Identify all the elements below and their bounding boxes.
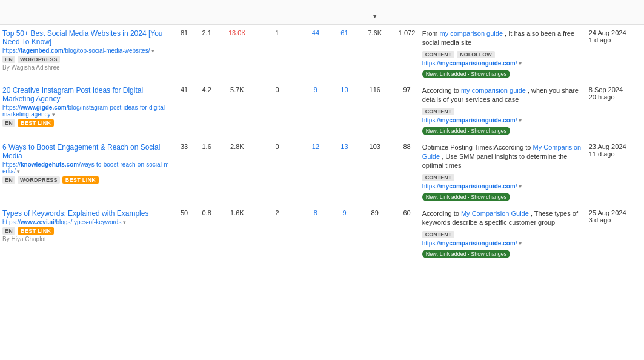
page-url-link[interactable]: https://www.zevi.ai/blogs/types-of-keywo…	[2, 219, 171, 225]
col-header-kw[interactable]	[394, 0, 419, 25]
domain-traffic-cell: 1.6K	[218, 205, 256, 262]
referring-domains-cell: 0	[256, 139, 298, 205]
dr-cell: 81	[173, 25, 196, 82]
new-link-badge[interactable]: New: Link added · Show changes	[422, 193, 511, 201]
col-header-ur[interactable]	[196, 0, 218, 25]
page-title-link[interactable]: 6 Ways to Boost Engagement & Reach on So…	[2, 143, 171, 160]
url-chevron: ▾	[151, 48, 154, 54]
kw-cell: 60	[394, 205, 419, 262]
target-url-link[interactable]: https://mycomparisionguide.com/ ▾	[422, 183, 584, 190]
referring-page-cell: 20 Creative Instagram Post Ideas for Dig…	[0, 82, 173, 139]
page-title-link[interactable]: 20 Creative Instagram Post Ideas for Dig…	[2, 86, 171, 103]
anchor-cell: According to my comparision guide , when…	[420, 82, 586, 139]
tag-en: EN	[2, 56, 15, 63]
target-domain: mycomparisionguide.com	[440, 60, 516, 67]
nofollow-tag: NOFOLLOW	[457, 51, 495, 58]
referring-domains-value: 0	[275, 86, 279, 93]
ext-value: 9	[342, 209, 346, 216]
target-url-link[interactable]: https://mycomparisionguide.com/ ▾	[422, 117, 584, 124]
page-traffic-value: 7.6K	[368, 29, 382, 36]
col-header-referring-page[interactable]	[0, 0, 173, 25]
referring-domains-value: 1	[275, 29, 279, 36]
tag-wordpress: WORDPRESS	[18, 176, 60, 184]
page-title-link[interactable]: Types of Keywords: Explained with Exampl…	[2, 209, 171, 218]
ur-value: 4.2	[202, 86, 211, 93]
tag-row: ENWORDPRESSBEST LINK	[2, 176, 171, 184]
new-link-badge-link[interactable]: New: Link added · Show changes	[426, 251, 507, 257]
col-header-referring-domains[interactable]	[256, 0, 298, 25]
target-domain: mycomparisionguide.com	[440, 240, 516, 247]
referring-page-cell: 6 Ways to Boost Engagement & Reach on So…	[0, 139, 173, 205]
page-url-link[interactable]: https://www.gigde.com/blog/instagram-pos…	[2, 104, 171, 118]
page-title-link[interactable]: Top 50+ Best Social Media Websites in 20…	[2, 29, 171, 46]
new-link-badge-link[interactable]: New: Link added · Show changes	[426, 194, 507, 200]
last-seen-value: 11 d ago	[589, 150, 642, 158]
url-chevron: ▾	[52, 112, 55, 118]
kw-value: 97	[403, 86, 410, 93]
tag-block: CONTENT	[422, 173, 584, 183]
page-traffic-cell: 7.6K	[356, 25, 394, 82]
domain-traffic-value: 2.8K	[230, 143, 244, 150]
col-header-linked-domains[interactable]	[298, 0, 333, 25]
tag-bestlink: BEST LINK	[18, 119, 54, 127]
anchor-text: According to My Comparision Guide , Thes…	[422, 209, 584, 228]
col-header-ext[interactable]	[333, 0, 356, 25]
backlinks-table: Top 50+ Best Social Media Websites in 20…	[0, 0, 644, 262]
target-domain: mycomparisionguide.com	[440, 183, 516, 190]
dr-cell: 50	[173, 205, 196, 262]
anchor-link[interactable]: My Comparision Guide	[461, 210, 529, 217]
tag-row: ENBEST LINK	[2, 227, 171, 235]
author-label: By Wagisha Adishree	[2, 64, 171, 71]
first-seen-value: 23 Aug 2024	[589, 143, 642, 150]
target-domain: mycomparisionguide.com	[440, 117, 516, 124]
content-tag: CONTENT	[422, 51, 455, 58]
anchor-link[interactable]: My Comparision Guide	[422, 144, 581, 160]
col-header-domain-traffic[interactable]	[218, 0, 256, 25]
kw-cell: 88	[394, 139, 419, 205]
tag-block: CONTENT	[422, 107, 584, 117]
new-link-badge[interactable]: New: Link added · Show changes	[422, 250, 511, 258]
table-row: 20 Creative Instagram Post Ideas for Dig…	[0, 82, 644, 139]
anchor-link[interactable]: my comparision guide	[461, 87, 526, 94]
last-seen-value: 1 d ago	[589, 36, 642, 44]
new-link-badge[interactable]: New: Link added · Show changes	[422, 70, 511, 78]
page-traffic-cell: 103	[356, 139, 394, 205]
ur-cell: 2.1	[196, 25, 218, 82]
content-tag: CONTENT	[422, 174, 455, 181]
referring-domains-cell: 0	[256, 82, 298, 139]
url-chevron: ▾	[123, 219, 126, 225]
new-link-badge-link[interactable]: New: Link added · Show changes	[426, 128, 507, 134]
tag-en: EN	[2, 227, 15, 235]
linked-domains-cell: 44	[298, 25, 333, 82]
target-url-link[interactable]: https://mycomparisionguide.com/ ▾	[422, 240, 584, 247]
anchor-link[interactable]: my comparison guide	[439, 30, 503, 37]
page-traffic-value: 103	[370, 143, 380, 150]
col-header-dr[interactable]	[173, 0, 196, 25]
anchor-cell: According to My Comparision Guide , Thes…	[420, 205, 586, 262]
dr-value: 50	[181, 209, 188, 216]
page-url-link[interactable]: https://knowledgehuts.com/ways-to-boost-…	[2, 161, 171, 175]
linked-domains-value: 44	[312, 29, 319, 36]
linked-domains-cell: 9	[298, 82, 333, 139]
ext-cell: 9	[333, 205, 356, 262]
ur-cell: 0.8	[196, 205, 218, 262]
new-link-badge[interactable]: New: Link added · Show changes	[422, 127, 511, 135]
domain-traffic-value: 1.6K	[230, 209, 244, 216]
ext-cell: 13	[333, 139, 356, 205]
anchor-cell: Optimize Posting Times:According to My C…	[420, 139, 586, 205]
domain-traffic-value: 13.0K	[228, 29, 246, 36]
linked-domains-cell: 8	[298, 205, 333, 262]
new-link-badge-link[interactable]: New: Link added · Show changes	[426, 71, 507, 77]
table-row: Types of Keywords: Explained with Exampl…	[0, 205, 644, 262]
col-header-page-traffic[interactable]	[356, 0, 394, 25]
content-tag: CONTENT	[422, 231, 455, 238]
page-url-link[interactable]: https://tagembed.com/blog/top-social-med…	[2, 47, 171, 54]
target-url-link[interactable]: https://mycomparisionguide.com/ ▾	[422, 60, 584, 67]
ext-value: 61	[340, 29, 348, 36]
first-seen-value: 24 Aug 2024	[589, 29, 642, 36]
referring-domains-cell: 2	[256, 205, 298, 262]
ext-cell: 10	[333, 82, 356, 139]
dr-cell: 33	[173, 139, 196, 205]
tag-en: EN	[2, 176, 15, 184]
tag-block: CONTENTNOFOLLOW	[422, 50, 584, 60]
